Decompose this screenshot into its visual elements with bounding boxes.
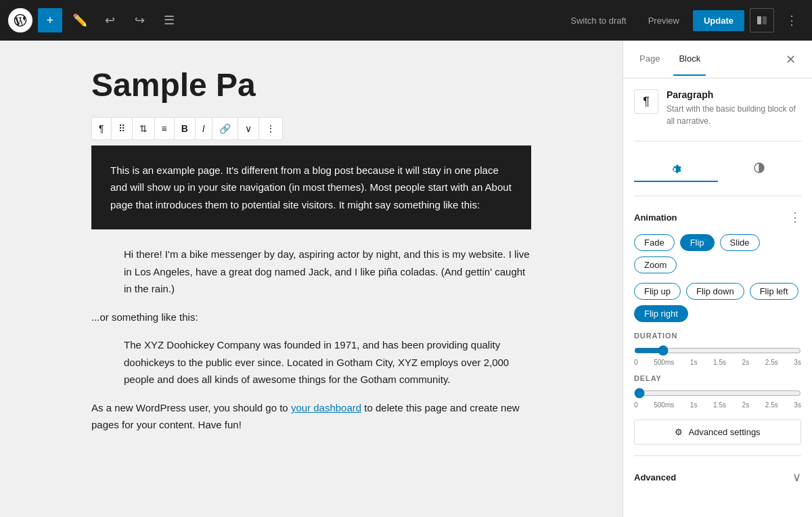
edit-icon-button[interactable]: ✏️	[68, 8, 92, 32]
animation-title: Animation	[634, 212, 677, 223]
paragraph-block-title: Paragraph	[667, 89, 801, 100]
topbar: + ✏️ ↩ ↪ ☰ Switch to draft Preview Updat…	[0, 0, 812, 41]
delay-label: DELAY	[634, 374, 801, 382]
link-button[interactable]: 🔗	[212, 118, 238, 139]
sidebar: Page Block ✕ ¶ Paragraph Start with the …	[623, 41, 812, 517]
chip-flip-down[interactable]: Flip down	[686, 283, 744, 300]
chip-fade[interactable]: Fade	[634, 234, 675, 251]
chip-flip-right[interactable]: Flip right	[634, 305, 688, 322]
animation-section: Animation ⋮ Fade Flip Slide Zoom Flip up…	[634, 210, 801, 445]
svg-rect-0	[757, 16, 761, 24]
wp-logo	[8, 8, 32, 32]
block-toolbar: ¶ ⠿ ⇅ ≡ B I 🔗 ∨ ⋮	[91, 117, 283, 140]
paragraph-info-section: ¶ Paragraph Start with the basic buildin…	[634, 89, 801, 141]
style-icon-tab[interactable]	[718, 155, 802, 182]
paragraph-doohickey: The XYZ Doohickey Company was founded in…	[124, 336, 531, 388]
advanced-settings-label: Advanced settings	[688, 427, 760, 437]
tab-block[interactable]: Block	[673, 43, 706, 76]
delay-slider[interactable]	[634, 388, 801, 399]
settings-icon-tab[interactable]	[634, 155, 718, 182]
paragraph-dashboard: As a new WordPress user, you should go t…	[91, 399, 531, 434]
tab-page[interactable]: Page	[634, 43, 665, 76]
align-button[interactable]: ≡	[155, 118, 175, 139]
dashboard-link[interactable]: your dashboard	[291, 402, 361, 413]
more-options-button[interactable]: ⋮	[780, 8, 804, 32]
italic-button[interactable]: I	[196, 118, 212, 139]
delay-ticks: 0 500ms 1s 1.5s 2s 2.5s 3s	[634, 401, 801, 409]
advanced-row[interactable]: Advanced ∨	[634, 464, 801, 490]
paragraph-icon: ¶	[634, 89, 658, 114]
update-button[interactable]: Update	[693, 10, 744, 31]
duration-slider[interactable]	[634, 345, 801, 356]
chip-flip[interactable]: Flip	[680, 234, 715, 251]
main-area: Sample Pa ¶ ⠿ ⇅ ≡ B I 🔗 ∨ ⋮ This is an e…	[0, 41, 812, 517]
sidebar-body: ¶ Paragraph Start with the basic buildin…	[623, 78, 812, 517]
settings-panel-button[interactable]	[750, 8, 774, 32]
paragraph-type-button[interactable]: ¶	[92, 118, 112, 139]
paragraph-separator: ...or something like this:	[91, 309, 531, 326]
paragraph-bike-messenger: Hi there! I'm a bike messenger by day, a…	[124, 246, 531, 298]
black-block-text: This is an example page. It's different …	[110, 164, 512, 210]
animation-chips-row2: Flip up Flip down Flip left Flip right	[634, 283, 801, 322]
advanced-section: Advanced ∨	[634, 455, 801, 490]
move-up-down-button[interactable]: ⇅	[133, 118, 155, 139]
advanced-chevron-icon: ∨	[792, 470, 801, 485]
more-text-options-button[interactable]: ∨	[238, 118, 259, 139]
undo-button[interactable]: ↩	[97, 8, 122, 32]
svg-rect-1	[763, 16, 767, 24]
preview-button[interactable]: Preview	[640, 12, 687, 30]
chip-slide[interactable]: Slide	[720, 234, 760, 251]
duration-label: DURATION	[634, 332, 801, 340]
list-view-button[interactable]: ☰	[157, 8, 181, 32]
advanced-settings-icon: ⚙	[675, 427, 683, 437]
block-options-button[interactable]: ⋮	[259, 118, 282, 139]
sidebar-close-button[interactable]: ✕	[780, 49, 801, 70]
drag-handle-button[interactable]: ⠿	[112, 118, 133, 139]
editor: Sample Pa ¶ ⠿ ⇅ ≡ B I 🔗 ∨ ⋮ This is an e…	[0, 41, 623, 517]
redo-button[interactable]: ↪	[127, 8, 152, 32]
animation-chips-row1: Fade Flip Slide Zoom	[634, 234, 801, 273]
duration-ticks: 0 500ms 1s 1.5s 2s 2.5s 3s	[634, 359, 801, 366]
add-block-button[interactable]: +	[38, 8, 62, 32]
bold-button[interactable]: B	[175, 118, 196, 139]
duration-slider-container: 0 500ms 1s 1.5s 2s 2.5s 3s	[634, 345, 801, 366]
switch-to-draft-button[interactable]: Switch to draft	[562, 12, 634, 30]
delay-slider-container: 0 500ms 1s 1.5s 2s 2.5s 3s	[634, 388, 801, 409]
animation-header: Animation ⋮	[634, 210, 801, 225]
black-paragraph-block: This is an example page. It's different …	[91, 145, 531, 230]
animation-options-button[interactable]: ⋮	[789, 210, 801, 225]
chip-flip-left[interactable]: Flip left	[750, 283, 798, 300]
paragraph-block-desc: Start with the basic building block of a…	[667, 103, 801, 127]
sidebar-header: Page Block ✕	[623, 41, 812, 78]
advanced-section-label: Advanced	[634, 472, 676, 482]
advanced-settings-button[interactable]: ⚙ Advanced settings	[634, 420, 801, 445]
page-title: Sample Pa	[91, 68, 531, 104]
chip-flip-up[interactable]: Flip up	[634, 283, 681, 300]
chip-zoom[interactable]: Zoom	[634, 256, 677, 273]
icon-tabs	[634, 155, 801, 196]
